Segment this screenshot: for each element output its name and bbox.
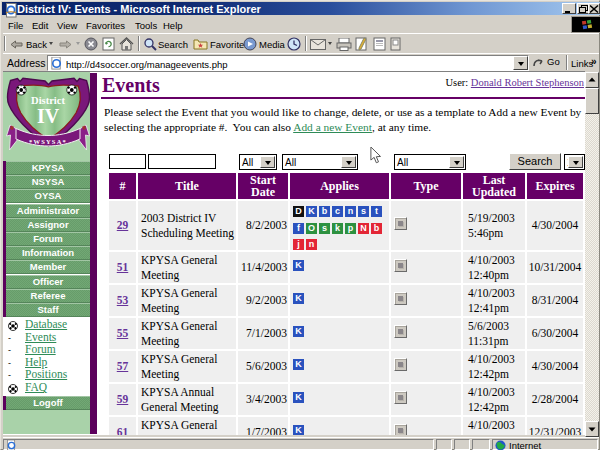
svg-text:*WSYSA*: *WSYSA* bbox=[29, 138, 67, 145]
svg-text:IV: IV bbox=[37, 105, 60, 127]
